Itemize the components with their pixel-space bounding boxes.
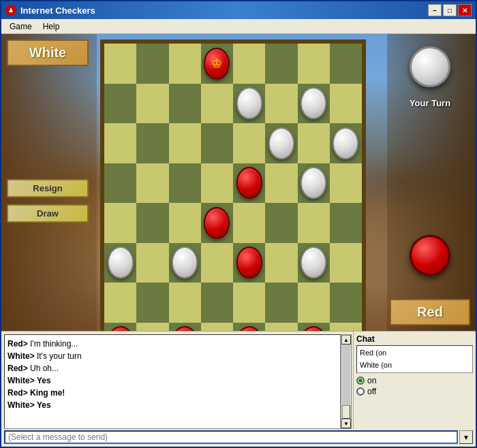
radio-on-item[interactable]: on [356,376,473,385]
resign-button[interactable]: Resign [7,179,89,197]
draw-button[interactable]: Draw [7,204,89,223]
cell-3-2[interactable] [169,163,201,204]
cell-1-5[interactable] [265,84,297,124]
cell-1-3[interactable] [201,84,233,124]
cell-1-7[interactable] [330,84,362,124]
cell-7-2[interactable] [169,323,201,332]
cell-5-2[interactable] [169,243,201,283]
chat-send-button[interactable]: ▼ [459,430,473,444]
chat-scrollbar[interactable]: ▲ ▼ [341,334,352,429]
king-red-checker[interactable]: ♔ [204,48,230,80]
white-checker[interactable] [172,246,198,278]
cell-6-6[interactable] [298,283,330,323]
cell-6-0[interactable] [104,283,136,323]
cell-6-3[interactable] [201,283,233,323]
cell-2-5[interactable] [265,123,297,163]
cell-5-1[interactable] [136,243,168,283]
scroll-thumb[interactable] [342,405,350,419]
radio-on-button[interactable] [356,377,365,385]
cell-1-2[interactable] [169,84,201,124]
radio-off-item[interactable]: off [356,387,473,396]
red-checker[interactable] [108,326,134,331]
white-checker[interactable] [301,246,326,278]
menu-help[interactable]: Help [37,20,65,33]
cell-6-5[interactable] [265,283,297,323]
cell-4-5[interactable] [265,203,297,243]
red-checker[interactable] [236,246,262,278]
red-checker[interactable] [236,167,262,199]
chat-input[interactable] [4,430,458,444]
minimize-button[interactable]: – [428,4,442,16]
cell-7-4[interactable] [233,323,265,332]
cell-7-6[interactable] [298,323,330,332]
cell-5-0[interactable] [104,243,136,283]
menu-game[interactable]: Game [4,20,37,33]
cell-2-7[interactable] [330,123,362,163]
cell-0-5[interactable] [265,44,297,84]
cell-3-3[interactable] [201,163,233,204]
white-checker[interactable] [333,127,358,159]
cell-6-4[interactable] [233,283,265,323]
cell-2-2[interactable] [169,123,201,163]
white-checker[interactable] [301,87,326,119]
cell-3-6[interactable] [298,163,330,204]
cell-4-7[interactable] [330,203,362,243]
red-checker[interactable] [172,326,198,331]
close-button[interactable]: ✕ [458,4,472,16]
cell-1-4[interactable] [233,84,265,124]
cell-6-1[interactable] [136,283,168,323]
cell-3-0[interactable] [104,163,136,204]
cell-3-1[interactable] [136,163,168,204]
white-checker[interactable] [268,127,294,159]
cell-7-0[interactable] [104,323,136,332]
red-checker[interactable] [236,326,262,331]
cell-0-4[interactable] [233,44,265,84]
chat-message: White> It's your turn [7,350,337,362]
cell-0-2[interactable] [169,44,201,84]
red-checker[interactable] [204,207,230,239]
cell-5-6[interactable] [298,243,330,283]
cell-0-1[interactable] [136,44,168,84]
cell-2-0[interactable] [104,123,136,163]
white-player-box: White [7,39,89,66]
cell-3-5[interactable] [265,163,297,204]
scroll-down-button[interactable]: ▼ [341,419,351,428]
cell-7-5[interactable] [265,323,297,332]
cell-6-2[interactable] [169,283,201,323]
cell-2-6[interactable] [298,123,330,163]
cell-4-0[interactable] [104,203,136,243]
cell-0-7[interactable] [330,44,362,84]
white-checker[interactable] [301,167,326,199]
cell-3-4[interactable] [233,163,265,204]
cell-4-4[interactable] [233,203,265,243]
cell-0-6[interactable] [298,44,330,84]
cell-0-3[interactable]: ♔ [201,44,233,84]
cell-7-1[interactable] [136,323,168,332]
cell-6-7[interactable] [330,283,362,323]
red-checker[interactable] [301,326,326,331]
cell-4-1[interactable] [136,203,168,243]
cell-4-6[interactable] [298,203,330,243]
cell-2-3[interactable] [201,123,233,163]
cell-2-4[interactable] [233,123,265,163]
cell-3-7[interactable] [330,163,362,204]
cell-1-0[interactable] [104,84,136,124]
cell-7-3[interactable] [201,323,233,332]
cell-1-6[interactable] [298,84,330,124]
maximize-button[interactable]: □ [443,4,457,16]
cell-4-3[interactable] [201,203,233,243]
white-checker[interactable] [108,246,134,278]
radio-off-button[interactable] [356,387,365,396]
cell-0-0[interactable] [104,44,136,84]
cell-5-4[interactable] [233,243,265,283]
cell-4-2[interactable] [169,203,201,243]
cell-5-5[interactable] [265,243,297,283]
cell-2-1[interactable] [136,123,168,163]
cell-5-3[interactable] [201,243,233,283]
scroll-up-button[interactable]: ▲ [341,335,351,345]
cell-5-7[interactable] [330,243,362,283]
cell-7-7[interactable] [330,323,362,332]
cell-1-1[interactable] [136,84,168,124]
checkerboard[interactable]: ♔ [104,44,362,331]
white-checker[interactable] [236,87,262,119]
